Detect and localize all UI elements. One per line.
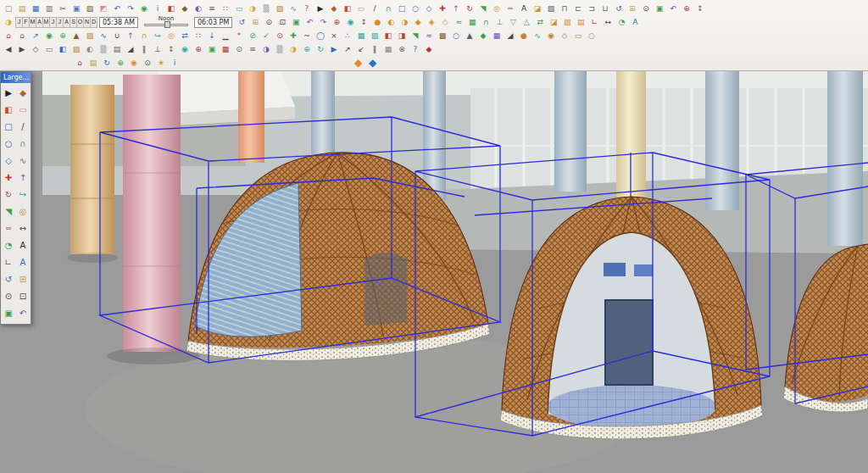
mirror-icon[interactable]: ⇄ bbox=[179, 30, 192, 42]
shadow-toggle-icon[interactable]: ◑ bbox=[3, 16, 15, 28]
rectangle-tool-icon[interactable]: □ bbox=[396, 3, 409, 14]
my-plugins-icon[interactable]: ⊕ bbox=[114, 57, 127, 69]
entity-info-icon[interactable]: i bbox=[152, 3, 164, 14]
skin-contours-icon[interactable]: ▩ bbox=[437, 30, 449, 42]
walk-tool-icon[interactable]: ↕ bbox=[165, 43, 178, 55]
zoom-extents-tool-icon[interactable]: ▣ bbox=[2, 305, 16, 321]
pan-icon[interactable]: ⊞ bbox=[249, 16, 262, 28]
erase-icon[interactable]: ◩ bbox=[97, 3, 110, 14]
flip-edge-icon[interactable]: ⇄ bbox=[534, 16, 547, 28]
play-animation-icon[interactable]: ▶ bbox=[328, 43, 341, 55]
help-icon[interactable]: ? bbox=[409, 43, 422, 55]
redo-icon[interactable]: ↷ bbox=[125, 3, 137, 14]
follow-me-keep-icon[interactable]: ↪ bbox=[152, 30, 164, 42]
import-icon[interactable]: ↙ bbox=[355, 43, 368, 55]
previous-view-tool-icon[interactable]: ↶ bbox=[16, 305, 31, 321]
tgi3d-icon[interactable]: ▲ bbox=[464, 30, 476, 42]
text-tool-icon[interactable]: A bbox=[518, 3, 531, 14]
share-model-icon[interactable]: ↗ bbox=[30, 30, 42, 42]
from-scratch-icon[interactable]: ▦ bbox=[466, 16, 479, 28]
fog-icon[interactable]: ▒ bbox=[260, 3, 273, 14]
quad-face-tools-icon[interactable]: ▦ bbox=[355, 30, 368, 42]
weld-edges-icon[interactable]: ∪ bbox=[111, 30, 124, 42]
instructor-icon[interactable]: ? bbox=[301, 3, 314, 14]
push-pull-tool-icon[interactable]: ↑ bbox=[16, 170, 31, 186]
soap-skin-icon[interactable]: ○ bbox=[450, 30, 463, 42]
sketchucation-icon[interactable]: ⌂ bbox=[74, 57, 86, 69]
zoom-tool-icon[interactable]: ⊙ bbox=[2, 288, 16, 304]
image-export-icon[interactable]: ▣ bbox=[206, 43, 219, 55]
shadow-time-slider[interactable]: Noon bbox=[142, 16, 190, 28]
crease-icon[interactable]: ◢ bbox=[504, 30, 517, 42]
add-scene-icon[interactable]: ⊕ bbox=[301, 43, 314, 55]
look-around-icon[interactable]: ◉ bbox=[344, 16, 357, 28]
pinch-brush-icon[interactable]: ◇ bbox=[559, 30, 571, 42]
slider-thumb[interactable] bbox=[164, 21, 170, 28]
flatten-icon[interactable]: ▁ bbox=[220, 30, 232, 42]
sculpt-brush-icon[interactable]: ● bbox=[518, 30, 531, 42]
smooth-brush-icon[interactable]: ∿ bbox=[531, 30, 544, 42]
top-view-icon[interactable]: ⊓ bbox=[559, 3, 571, 14]
make-component-tool-icon[interactable]: ◆ bbox=[16, 85, 31, 101]
line-tool-icon[interactable]: / bbox=[369, 3, 381, 14]
iso-view-icon[interactable]: ▧ bbox=[545, 3, 558, 14]
new-file-icon[interactable]: ▢ bbox=[3, 3, 15, 14]
dimension-tool-icon[interactable]: ↔ bbox=[16, 220, 31, 236]
perspective-icon[interactable]: ◢ bbox=[125, 43, 137, 55]
edit-style-icon[interactable]: ◑ bbox=[260, 43, 273, 55]
from-contours-icon[interactable]: ≈ bbox=[453, 16, 465, 28]
offset-tool-icon[interactable]: ◎ bbox=[491, 3, 504, 14]
loop-select-icon[interactable]: ◯ bbox=[314, 30, 327, 42]
fix-solid-icon[interactable]: ✚ bbox=[287, 30, 300, 42]
bookmarks-icon[interactable]: ★ bbox=[155, 57, 168, 69]
select-tool-icon[interactable]: ▶ bbox=[2, 85, 16, 101]
large-tool-set-titlebar[interactable]: Large... bbox=[1, 72, 31, 83]
flatten-brush-icon[interactable]: ▭ bbox=[572, 30, 585, 42]
dimension-tool-icon[interactable]: ↔ bbox=[602, 16, 615, 28]
paste-icon[interactable]: ▧ bbox=[84, 3, 97, 14]
push-pull-icon[interactable]: ↑ bbox=[450, 3, 463, 14]
zoom-icon[interactable]: ⊙ bbox=[640, 3, 653, 14]
film-camera-icon[interactable]: ▦ bbox=[220, 43, 232, 55]
split-icon[interactable]: ◇ bbox=[439, 16, 452, 28]
drop-objects-icon[interactable]: ↓ bbox=[206, 30, 219, 42]
copy-icon[interactable]: ▣ bbox=[70, 3, 83, 14]
intersect-icon[interactable]: ◈ bbox=[426, 16, 438, 28]
section-fill-icon[interactable]: ▨ bbox=[561, 16, 574, 28]
arc-tool-icon[interactable]: ∩ bbox=[382, 3, 395, 14]
textured-style-icon[interactable]: ▨ bbox=[70, 43, 83, 55]
section-plane-icon[interactable]: ◪ bbox=[531, 3, 544, 14]
back-view-icon[interactable]: ⊔ bbox=[599, 3, 612, 14]
shadows-dialog-icon[interactable]: ◑ bbox=[247, 3, 259, 14]
orbit-icon[interactable]: ↺ bbox=[236, 16, 248, 28]
monochrome-style-icon[interactable]: ◐ bbox=[84, 43, 97, 55]
follow-me-tool-icon[interactable]: ↪ bbox=[16, 186, 31, 203]
front-view-icon[interactable]: ⊏ bbox=[572, 3, 585, 14]
array-copy-icon[interactable]: ∷ bbox=[192, 30, 205, 42]
ruby-console-icon[interactable]: ◆ bbox=[423, 43, 436, 55]
two-point-perspective-icon[interactable]: ⊥ bbox=[152, 43, 164, 55]
polygon-tool-icon[interactable]: ◇ bbox=[2, 153, 16, 169]
3d-text-icon[interactable]: A bbox=[629, 16, 642, 28]
round-corner-icon[interactable]: ∩ bbox=[138, 30, 151, 42]
rectangle-tool-icon[interactable]: □ bbox=[2, 119, 16, 135]
zoom-window-tool-icon[interactable]: ⊡ bbox=[16, 288, 31, 304]
back-edges-style-icon[interactable]: ▤ bbox=[111, 43, 124, 55]
rotate-tool-icon[interactable]: ↻ bbox=[464, 3, 476, 14]
styles-icon[interactable]: ◐ bbox=[192, 3, 205, 14]
tape-measure-icon[interactable]: ═ bbox=[504, 3, 517, 14]
check-updates-icon[interactable]: ↻ bbox=[101, 57, 114, 69]
thru-paint-icon[interactable]: ◨ bbox=[396, 30, 409, 42]
rotate-tool-icon[interactable]: ↻ bbox=[2, 186, 16, 203]
zoom-extents-icon[interactable]: ▣ bbox=[290, 16, 303, 28]
select-brush-icon[interactable]: ○ bbox=[586, 30, 598, 42]
joint-push-pull-icon[interactable]: ↑ bbox=[125, 30, 137, 42]
toggle-terrain-icon[interactable]: ▲ bbox=[70, 30, 83, 42]
pause-animation-icon[interactable]: ∥ bbox=[369, 43, 381, 55]
eraser-tool-icon[interactable]: ▭ bbox=[355, 3, 368, 14]
forum-icon[interactable]: ◉ bbox=[128, 57, 141, 69]
select-tool-icon[interactable]: ▶ bbox=[314, 3, 327, 14]
vertex-tools-icon[interactable]: ∴ bbox=[342, 30, 354, 42]
orbit-tool-icon[interactable]: ↺ bbox=[2, 271, 16, 287]
protractor-tool-icon[interactable]: ◔ bbox=[615, 16, 628, 28]
